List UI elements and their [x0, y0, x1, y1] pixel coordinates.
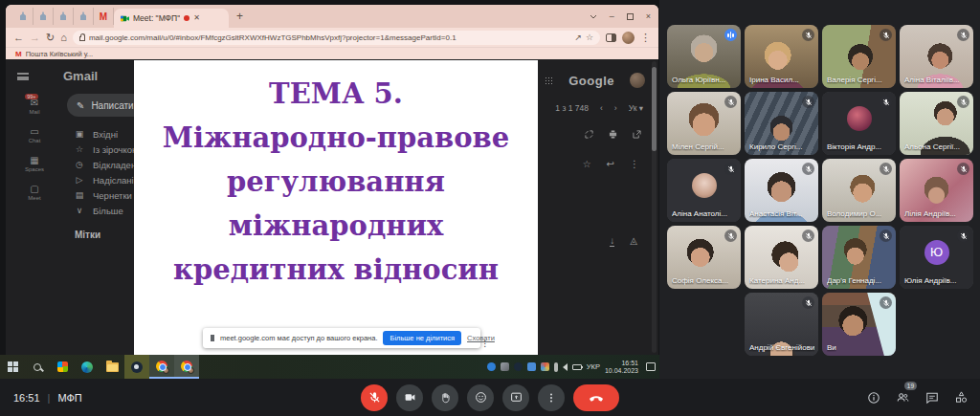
print-icon[interactable]: [609, 130, 617, 139]
address-bar[interactable]: mail.google.com/mail/u/0/#inbox/FMfcgzGs…: [73, 31, 600, 45]
rail-item[interactable]: ▦ Spaces: [25, 155, 44, 172]
more-options-button[interactable]: [538, 384, 565, 411]
close-button[interactable]: ×: [646, 12, 651, 21]
participant-tile[interactable]: Альона Сергії...: [900, 92, 973, 155]
participant-tile[interactable]: Лілія Андріїв...: [900, 159, 973, 222]
participant-tile[interactable]: Ірина Васил...: [745, 25, 818, 88]
home-button[interactable]: ⌂: [60, 33, 67, 43]
participant-tile[interactable]: Ольга Юріївн...: [667, 25, 741, 88]
scrollbar-thumb[interactable]: [652, 67, 657, 151]
participant-tile[interactable]: Андрій Євгенійович Ко...: [745, 293, 818, 356]
tray-steam-icon[interactable]: [514, 362, 523, 371]
download-icon[interactable]: ↓: [610, 235, 614, 247]
taskbar-steam[interactable]: [124, 355, 149, 379]
tab-close-icon[interactable]: ✕: [193, 14, 200, 22]
star-icon[interactable]: ☆: [583, 159, 591, 169]
taskbar-edge[interactable]: [75, 355, 100, 379]
action-center-icon[interactable]: [646, 362, 656, 371]
participant-tile[interactable]: Валерія Сергі...: [822, 25, 896, 88]
taskbar-chrome-2[interactable]: [174, 355, 199, 379]
pinned-tab-university[interactable]: [33, 8, 54, 25]
taskbar-clock[interactable]: 16:51 10.04.2023: [605, 360, 638, 375]
participant-tile[interactable]: Аліна Віталіїв...: [900, 25, 973, 88]
participant-tile[interactable]: Софія Олекса...: [667, 226, 741, 289]
share-icon[interactable]: ↗: [574, 33, 582, 42]
meeting-details-button[interactable]: [867, 391, 880, 405]
reactions-button[interactable]: [467, 384, 494, 411]
tab-search-chevron-icon[interactable]: [590, 14, 597, 19]
present-button[interactable]: [502, 384, 529, 411]
stop-sharing-button[interactable]: Більше не ділитися: [383, 331, 461, 345]
start-button[interactable]: [0, 355, 25, 379]
add-to-drive-icon[interactable]: ◬: [630, 235, 637, 247]
back-button[interactable]: ←: [13, 33, 24, 43]
participant-name: Ольга Юріївн...: [672, 76, 725, 84]
prev-email-icon[interactable]: ‹: [600, 103, 603, 113]
restore-button[interactable]: [627, 13, 634, 20]
participant-tile[interactable]: Ви: [822, 293, 896, 356]
rail-item[interactable]: ▢ Meet: [28, 184, 40, 201]
hamburger-menu-icon[interactable]: [17, 73, 29, 80]
more-icon[interactable]: ⋮: [630, 159, 639, 169]
participant-tile[interactable]: Дар'я Геннаді...: [822, 226, 896, 289]
pinned-tab-university[interactable]: [54, 8, 74, 25]
end-call-button[interactable]: [573, 384, 619, 411]
divider: |: [48, 392, 51, 404]
battery-icon[interactable]: [572, 364, 582, 370]
taskbar-store[interactable]: [50, 355, 75, 379]
tray-usb-icon[interactable]: [554, 362, 558, 372]
participant-tile[interactable]: Кирило Сергі...: [745, 92, 818, 155]
tab-meet[interactable]: Meet: "МФП" ✕: [114, 9, 229, 28]
participant-tile[interactable]: Ю Юлія Андріїв...: [900, 226, 973, 289]
pencil-icon: ✎: [77, 100, 84, 111]
browser-menu-icon[interactable]: ⋮: [640, 33, 651, 43]
pinned-tab-university[interactable]: [13, 8, 33, 25]
mic-off-icon: [957, 163, 969, 175]
volume-icon[interactable]: [563, 363, 568, 371]
side-panel-icon[interactable]: [606, 33, 616, 42]
profile-avatar[interactable]: [622, 32, 635, 44]
pinned-tab-university[interactable]: [74, 8, 94, 25]
bookmark-label[interactable]: Пошта Київський у...: [26, 50, 93, 58]
participant-tile[interactable]: Вікторія Андр...: [822, 92, 896, 155]
taskbar-search[interactable]: [25, 355, 50, 379]
taskbar-explorer[interactable]: [100, 355, 124, 379]
apps-grid-icon[interactable]: [545, 77, 553, 85]
bookmark-star-icon[interactable]: ☆: [586, 33, 593, 42]
tray-chat-icon[interactable]: [527, 362, 536, 371]
reload-button[interactable]: ↻: [46, 33, 55, 43]
taskbar-chrome-1[interactable]: [149, 355, 174, 379]
mic-off-icon: [880, 296, 892, 309]
participant-tile[interactable]: Катерина Анд...: [745, 226, 818, 289]
rail-item[interactable]: 99+ ✉ Mail: [29, 98, 39, 115]
sidebar-item-icon: ☆: [75, 144, 84, 154]
camera-toggle-button[interactable]: [396, 384, 423, 411]
hide-link[interactable]: Сховати: [467, 334, 495, 342]
minimize-button[interactable]: –: [610, 12, 614, 21]
collapse-icon[interactable]: [585, 130, 593, 139]
participant-tile[interactable]: Аліна Анатолі...: [667, 159, 741, 222]
next-email-icon[interactable]: ›: [614, 103, 617, 113]
pinned-tab-gmail[interactable]: M: [94, 8, 114, 25]
translate-selector[interactable]: Ук ▾: [629, 103, 643, 113]
tray-app-icon[interactable]: [541, 362, 549, 371]
reply-icon[interactable]: ↩: [607, 159, 614, 169]
participants-button[interactable]: 19: [896, 390, 910, 405]
tray-cloud-icon[interactable]: [487, 362, 496, 371]
raise-hand-button[interactable]: [432, 384, 458, 411]
tray-network-icon[interactable]: [501, 362, 509, 371]
mic-toggle-button[interactable]: [361, 384, 388, 411]
language-indicator[interactable]: УКР: [587, 362, 600, 371]
activities-button[interactable]: [954, 390, 969, 405]
scrollbar[interactable]: [652, 61, 657, 353]
participant-tile[interactable]: Анастасія Віт...: [745, 159, 818, 222]
forward-button[interactable]: →: [30, 33, 40, 43]
account-avatar[interactable]: [630, 73, 645, 88]
lock-icon: [79, 36, 85, 41]
new-tab-button[interactable]: +: [236, 10, 243, 23]
participant-tile[interactable]: Мілен Сергій...: [667, 92, 741, 155]
participant-tile[interactable]: Володимир О...: [822, 159, 896, 222]
rail-item[interactable]: ▭ Chat: [29, 126, 41, 143]
open-in-new-icon[interactable]: [633, 130, 641, 139]
chat-button[interactable]: [925, 391, 939, 405]
